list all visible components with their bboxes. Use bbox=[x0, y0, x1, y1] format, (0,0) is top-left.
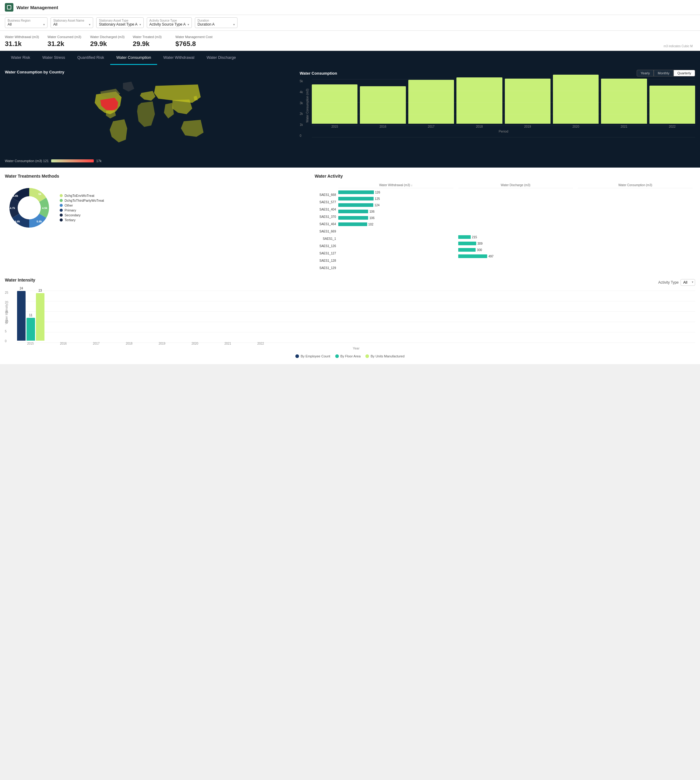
treatment-legend-item: Tertiary bbox=[60, 218, 104, 222]
filter-duration[interactable]: Duration Duration A▾ bbox=[195, 17, 237, 28]
consumption-bars bbox=[578, 189, 693, 259]
withdrawal-row bbox=[338, 247, 453, 252]
activity-name-row: SAES1_126 bbox=[315, 243, 336, 249]
withdrawal-row bbox=[338, 228, 453, 234]
intensity-x-label: 2020 bbox=[182, 342, 208, 345]
map-panel: Water Consumption by Country bbox=[5, 70, 295, 163]
withdrawal-row bbox=[338, 234, 453, 240]
bar-x-axis-title: Period bbox=[312, 130, 695, 133]
withdrawal-bar bbox=[338, 190, 373, 194]
legend-gradient bbox=[51, 159, 94, 162]
intensity-x-label: 2019 bbox=[148, 342, 175, 345]
bar-y-axis-title: Water Consumption (m3) bbox=[306, 89, 309, 122]
treatment-legend-item: Other bbox=[60, 204, 104, 207]
discharge-val: 300 bbox=[477, 248, 482, 252]
intensity-legend-item: By Floor Area bbox=[335, 354, 361, 358]
y-label: 0 bbox=[300, 134, 303, 137]
intensity-bars: 241123 bbox=[17, 291, 695, 341]
tab-quantified-risk[interactable]: Quantified Risk bbox=[71, 51, 110, 65]
intensity-y-title: Water Intensity bbox=[5, 304, 8, 324]
intensity-bar: 23 bbox=[36, 293, 45, 341]
kpi-bar: Water Withdrawal (m3) 31.1kWater Consume… bbox=[0, 31, 700, 51]
two-col-section: Water Treatments Methods bbox=[5, 174, 695, 271]
tab-water-consumption[interactable]: Water Consumption bbox=[110, 51, 157, 65]
withdrawal-val: 106 bbox=[369, 216, 375, 220]
intensity-bar-value: 11 bbox=[29, 314, 32, 317]
bar-group: 2018 bbox=[457, 70, 502, 128]
discharge-row: 215 bbox=[458, 234, 573, 240]
legend-label: Primary bbox=[65, 209, 76, 212]
donut-chart: 5k 4.5k 5.9k 4.9k 4.7k 4.9k bbox=[5, 184, 53, 232]
withdrawal-row bbox=[338, 254, 453, 259]
kpi-item: Water Consumed (m3) 31.2k bbox=[47, 35, 84, 48]
bar-group: 2019 bbox=[505, 70, 550, 128]
tab-water-stress[interactable]: Water Stress bbox=[36, 51, 71, 65]
svg-point-0 bbox=[18, 196, 41, 219]
tab-water-withdrawal[interactable]: Water Withdrawal bbox=[157, 51, 200, 65]
activity-name-row: SAES1_1 bbox=[315, 236, 336, 241]
discharge-row bbox=[458, 215, 573, 220]
consumption-row bbox=[578, 196, 693, 201]
filter-chevron-icon: ▾ bbox=[140, 23, 141, 26]
legend-dot bbox=[60, 214, 63, 217]
bar-group: 2022 bbox=[650, 70, 695, 128]
withdrawal-bar bbox=[338, 222, 367, 226]
bar bbox=[408, 80, 454, 124]
intensity-title: Water Intensity bbox=[5, 277, 35, 282]
svg-text:4.9k: 4.9k bbox=[15, 220, 20, 223]
bar-group: 2015 bbox=[312, 70, 357, 128]
treatment-legend-item: DchgToThirdPartyWoTreat bbox=[60, 199, 104, 202]
activity-name-row: SAES1_669 bbox=[315, 229, 336, 234]
consumption-row bbox=[578, 209, 693, 214]
treatment-legend-item: Primary bbox=[60, 209, 104, 212]
activity-name-row: SAES1_370 bbox=[315, 214, 336, 219]
intensity-x-labels: 20152016201720182019202020212022 bbox=[17, 341, 695, 345]
intensity-y-label: 5 bbox=[5, 330, 8, 333]
intensity-legend-label: By Employee Count bbox=[300, 354, 330, 358]
consumption-row bbox=[578, 222, 693, 227]
activity-panel: Water Activity SAES1_668 SAES1_577 SAES1… bbox=[315, 174, 695, 271]
kpi-item: Water Treated (m3) 29.9k bbox=[133, 35, 169, 48]
legend-dot bbox=[60, 219, 63, 222]
tab-water-discharge[interactable]: Water Discharge bbox=[200, 51, 242, 65]
svg-text:4.7k: 4.7k bbox=[10, 207, 15, 210]
legend-max-label: 17k bbox=[96, 159, 102, 163]
bar-year-label: 2016 bbox=[380, 125, 387, 128]
discharge-row bbox=[458, 222, 573, 227]
svg-text:4.5k: 4.5k bbox=[42, 207, 48, 210]
filter-activity-source-type[interactable]: Activity Source Type Activity Source Typ… bbox=[147, 17, 192, 28]
withdrawal-bar bbox=[338, 197, 373, 200]
tab-water-risk[interactable]: Water Risk bbox=[5, 51, 36, 65]
kpi-item: Water Withdrawal (m3) 31.1k bbox=[5, 35, 42, 48]
activity-type-dropdown[interactable]: All bbox=[680, 279, 695, 286]
withdrawal-bar bbox=[338, 210, 368, 213]
withdrawal-row: 106 bbox=[338, 215, 453, 220]
discharge-row: 497 bbox=[458, 254, 573, 259]
map-legend: Water Consumption (m3) 121 17k bbox=[5, 159, 295, 163]
withdrawal-row: 125 bbox=[338, 196, 453, 201]
activity-name-row: SAES1_128 bbox=[315, 258, 336, 263]
bar-year-label: 2019 bbox=[524, 125, 531, 128]
intensity-legend-label: By Units Manufactured bbox=[370, 354, 404, 358]
filter-chevron-icon: ▾ bbox=[89, 23, 90, 26]
filter-stationary-asset-type[interactable]: Stationary Asset Type Stationary Asset T… bbox=[96, 17, 144, 28]
intensity-x-label: 2018 bbox=[116, 342, 142, 345]
filter-chevron-icon: ▾ bbox=[43, 23, 45, 26]
filter-stationary-asset-name[interactable]: Stationary Asset Name All▾ bbox=[50, 17, 93, 28]
bar bbox=[505, 79, 550, 124]
bar bbox=[457, 77, 502, 124]
activity-type-select-input[interactable]: All bbox=[680, 279, 695, 286]
legend-label: Other bbox=[65, 204, 73, 207]
discharge-bars: 215 309 300 497 bbox=[458, 189, 573, 259]
legend-dot bbox=[60, 209, 63, 212]
intensity-x-label: 2015 bbox=[17, 342, 44, 345]
intensity-y-label: 25 bbox=[5, 291, 8, 294]
withdrawal-val: 106 bbox=[369, 210, 375, 213]
filter-chevron-icon: ▾ bbox=[188, 23, 189, 26]
activity-name-row: SAES1_577 bbox=[315, 199, 336, 205]
bar bbox=[650, 85, 695, 124]
filter-business-region[interactable]: Business Region All▾ bbox=[5, 17, 47, 28]
y-label: 1k bbox=[300, 123, 303, 127]
y-label: 2k bbox=[300, 112, 303, 115]
legend-label: DchgToThirdPartyWoTreat bbox=[65, 199, 104, 202]
